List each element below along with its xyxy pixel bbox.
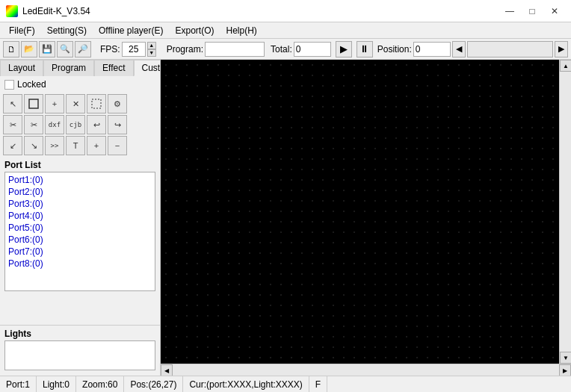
port-item-4[interactable]: Port4:(0) bbox=[7, 210, 153, 222]
fps-spinner: ▲ ▼ bbox=[147, 42, 156, 57]
app-icon bbox=[6, 5, 18, 17]
toolbar-save[interactable]: 💾 bbox=[39, 41, 55, 57]
tabs: Layout Program Effect Custom ◀ ▶ bbox=[0, 60, 160, 76]
tool-select[interactable]: ↖ bbox=[3, 94, 22, 113]
tool-delete[interactable]: ✕ bbox=[66, 94, 85, 113]
tool-draw[interactable] bbox=[24, 94, 43, 113]
nav-track[interactable] bbox=[467, 41, 553, 57]
lights-section: Lights bbox=[0, 325, 160, 376]
port-list-box[interactable]: Port1:(0) Port2:(0) Port3:(0) Port4:(0) … bbox=[4, 172, 155, 291]
status-pos: Pos:(26,27) bbox=[124, 376, 183, 392]
maximize-button[interactable]: □ bbox=[522, 4, 543, 19]
status-port: Port:1 bbox=[0, 376, 37, 392]
menu-export[interactable]: Export(O) bbox=[170, 22, 220, 38]
position-label: Position: bbox=[377, 44, 412, 55]
port-item-6[interactable]: Port6:(0) bbox=[7, 234, 153, 246]
tool-forward[interactable]: >> bbox=[45, 136, 64, 155]
tab-custom[interactable]: Custom bbox=[134, 60, 161, 76]
minimize-button[interactable]: — bbox=[499, 4, 520, 19]
h-scroll-right[interactable]: ▶ bbox=[559, 364, 571, 376]
toolbar: 🗋 📂 💾 🔍 🔎 FPS: ▲ ▼ Program: Total: ▶ ⏸ P… bbox=[0, 39, 571, 60]
port-list-title: Port List bbox=[4, 160, 155, 170]
toolbar-search1[interactable]: 🔍 bbox=[57, 41, 73, 57]
lights-input[interactable] bbox=[4, 340, 155, 370]
v-scroll-up[interactable]: ▲ bbox=[560, 60, 571, 72]
tool-undo[interactable]: ↩ bbox=[87, 115, 106, 134]
title-bar: LedEdit-K_V3.54 — □ ✕ bbox=[0, 0, 571, 22]
locked-row: Locked bbox=[0, 76, 160, 93]
total-label: Total: bbox=[271, 44, 292, 55]
program-label: Program: bbox=[167, 44, 203, 55]
menu-file[interactable]: File(F) bbox=[3, 22, 41, 38]
nav-left-button[interactable]: ◀ bbox=[452, 41, 466, 57]
left-panel: Layout Program Effect Custom ◀ ▶ Locked … bbox=[0, 60, 161, 376]
fps-input[interactable] bbox=[122, 42, 146, 57]
right-panel: ▲ ▼ ◀ ▶ bbox=[161, 60, 571, 376]
fps-up[interactable]: ▲ bbox=[147, 42, 156, 49]
fps-label: FPS: bbox=[100, 44, 120, 55]
pause-button[interactable]: ⏸ bbox=[357, 41, 373, 57]
menu-offline-player[interactable]: Offline player(E) bbox=[93, 22, 169, 38]
tool-arrow-dr[interactable]: ↘ bbox=[24, 136, 43, 155]
app-title: LedEdit-K_V3.54 bbox=[22, 6, 90, 16]
toolbar-open[interactable]: 📂 bbox=[21, 41, 37, 57]
h-scroll-left[interactable]: ◀ bbox=[161, 364, 173, 376]
tab-program[interactable]: Program bbox=[43, 60, 94, 76]
dot-grid bbox=[161, 60, 559, 364]
v-scrollbar: ▲ ▼ bbox=[559, 60, 571, 364]
tool-redo[interactable]: ↪ bbox=[108, 115, 127, 134]
lights-title: Lights bbox=[4, 329, 155, 339]
status-bar: Port:1 Light:0 Zoom:60 Pos:(26,27) Cur:(… bbox=[0, 376, 571, 392]
locked-checkbox[interactable] bbox=[4, 80, 14, 90]
tool-rows: ↖ + ✕ ⚙ ✂ ✂ dxf cjb ↩ ↪ ↙ bbox=[0, 93, 160, 157]
tool-cut[interactable]: ✂ bbox=[3, 115, 22, 134]
tool-rect-select[interactable] bbox=[87, 94, 106, 113]
tool-row-1: ↖ + ✕ ⚙ bbox=[3, 94, 157, 113]
nav-right-button[interactable]: ▶ bbox=[555, 41, 568, 57]
program-input[interactable] bbox=[205, 42, 265, 57]
port-item-7[interactable]: Port7:(0) bbox=[7, 246, 153, 258]
svg-rect-0 bbox=[29, 99, 38, 108]
menu-bar: File(F) Setting(S) Offline player(E) Exp… bbox=[0, 22, 571, 39]
tool-add2[interactable]: + bbox=[87, 136, 106, 155]
tab-effect[interactable]: Effect bbox=[94, 60, 133, 76]
tool-text[interactable]: T bbox=[66, 136, 85, 155]
port-item-2[interactable]: Port2:(0) bbox=[7, 186, 153, 198]
menu-setting[interactable]: Setting(S) bbox=[41, 22, 93, 38]
tool-settings[interactable]: ⚙ bbox=[108, 94, 127, 113]
tool-cjb[interactable]: cjb bbox=[66, 115, 85, 134]
h-scroll-track[interactable] bbox=[173, 364, 559, 376]
h-scrollbar: ◀ ▶ bbox=[161, 364, 571, 376]
port-list-section: Port List Port1:(0) Port2:(0) Port3:(0) … bbox=[0, 157, 160, 325]
total-input[interactable] bbox=[294, 42, 331, 57]
status-light: Light:0 bbox=[37, 376, 76, 392]
toolbar-search2[interactable]: 🔎 bbox=[75, 41, 91, 57]
main-content: Layout Program Effect Custom ◀ ▶ Locked … bbox=[0, 60, 571, 376]
port-item-3[interactable]: Port3:(0) bbox=[7, 198, 153, 210]
tool-cut2[interactable]: ✂ bbox=[24, 115, 43, 134]
position-input[interactable] bbox=[413, 42, 451, 57]
play-button[interactable]: ▶ bbox=[336, 41, 352, 57]
menu-help[interactable]: Help(H) bbox=[220, 22, 263, 38]
tool-row-2: ✂ ✂ dxf cjb ↩ ↪ bbox=[3, 115, 157, 134]
locked-label: Locked bbox=[17, 79, 46, 90]
toolbar-new[interactable]: 🗋 bbox=[3, 41, 19, 57]
tab-layout[interactable]: Layout bbox=[0, 60, 43, 76]
tool-dxf[interactable]: dxf bbox=[45, 115, 64, 134]
fps-down[interactable]: ▼ bbox=[147, 49, 156, 57]
window-controls: — □ ✕ bbox=[499, 4, 565, 19]
canvas-area[interactable] bbox=[161, 60, 559, 364]
tool-remove[interactable]: − bbox=[108, 136, 127, 155]
port-item-5[interactable]: Port5:(0) bbox=[7, 222, 153, 234]
port-item-8[interactable]: Port8:(0) bbox=[7, 258, 153, 270]
status-zoom: Zoom:60 bbox=[76, 376, 124, 392]
tool-add[interactable]: + bbox=[45, 94, 64, 113]
v-scroll-track[interactable] bbox=[560, 72, 571, 352]
svg-rect-1 bbox=[92, 99, 101, 108]
close-button[interactable]: ✕ bbox=[544, 4, 565, 19]
port-item-1[interactable]: Port1:(0) bbox=[7, 174, 153, 186]
status-flag: F bbox=[309, 376, 327, 392]
v-scroll-down[interactable]: ▼ bbox=[560, 352, 571, 364]
tool-arrow-dl[interactable]: ↙ bbox=[3, 136, 22, 155]
tool-row-3: ↙ ↘ >> T + − bbox=[3, 136, 157, 155]
